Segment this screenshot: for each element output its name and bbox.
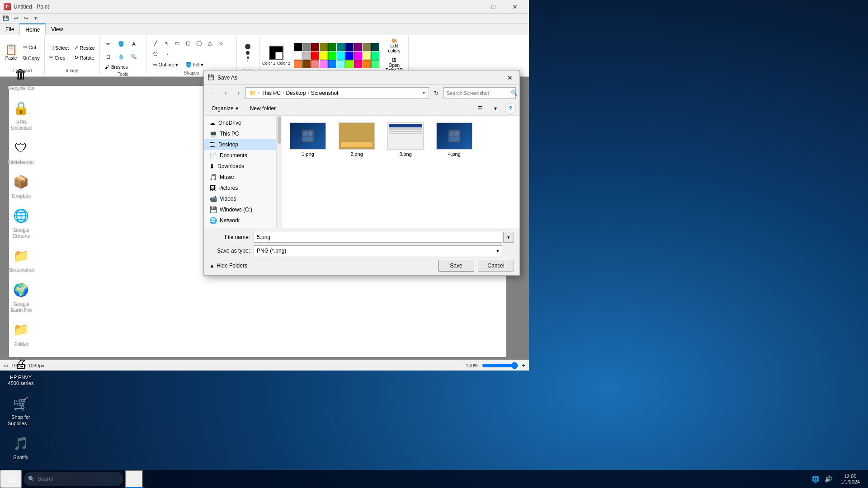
paste-button[interactable]: 📋 Paste	[3, 43, 19, 62]
resize-button[interactable]: ⤢ Resize	[72, 43, 97, 53]
file-item-1.png[interactable]: 🪟 1.png	[285, 119, 330, 160]
color-swatch[interactable]	[354, 52, 362, 60]
sidebar-item-this-pc[interactable]: 💻 This PC	[204, 128, 276, 139]
rotate-button[interactable]: ↻ Rotate	[72, 53, 97, 63]
triangle-shape[interactable]: △	[205, 38, 215, 48]
desktop-icon-folder[interactable]: 📁 Folder	[5, 319, 37, 348]
minimize-button[interactable]: ─	[461, 0, 482, 14]
cut-button[interactable]: ✂ Cut	[21, 42, 42, 52]
desktop-icon-hp-envy[interactable]: 🖨 HP ENVY 4500 series	[5, 353, 37, 388]
color-swatch[interactable]	[371, 43, 379, 51]
sidebar-scrollbar[interactable]	[276, 116, 282, 228]
dialog-close-button[interactable]: ✕	[504, 72, 516, 84]
color-swatch[interactable]	[363, 43, 371, 51]
address-dropdown-icon[interactable]: ▾	[423, 90, 425, 95]
desktop-icon-bitdefender[interactable]: 🛡 Bitdefender	[5, 137, 37, 167]
color-swatch[interactable]	[345, 52, 354, 60]
search-input[interactable]	[447, 90, 509, 96]
select-button[interactable]: ⬚ Select	[47, 43, 71, 53]
pencil-button[interactable]: ✏	[103, 38, 114, 50]
color2-swatch-mini[interactable]	[275, 52, 283, 59]
line-shape[interactable]: ╱	[151, 38, 160, 48]
desktop-icon-vpn[interactable]: 🔒 VPN Unlimited	[5, 97, 37, 132]
edit-colors-button[interactable]: 🎨 Edit colors	[383, 37, 406, 55]
fill-button[interactable]: 🪣 Fill ▾	[184, 60, 205, 70]
fill-tool-button[interactable]: 🪣	[115, 38, 127, 50]
curve-shape[interactable]: ∿	[161, 38, 171, 48]
desktop-icon-screenshot[interactable]: 📁 Screenshot	[5, 245, 37, 274]
outline-button[interactable]: ▭ Outline ▾	[151, 60, 180, 70]
address-this-pc[interactable]: This PC	[261, 90, 281, 96]
filename-dropdown-button[interactable]: ▾	[503, 232, 514, 243]
color-swatch[interactable]	[294, 60, 302, 68]
file-item-2.png[interactable]: 2.png	[334, 119, 379, 160]
view-dropdown-button[interactable]: ▾	[490, 103, 501, 114]
desktop-icon-dropbox[interactable]: 📦 Dropbox	[5, 171, 37, 201]
arrow-shape[interactable]: →	[161, 49, 171, 59]
color-swatch[interactable]	[320, 60, 328, 68]
color-swatch[interactable]	[302, 43, 311, 51]
file-item-3.png[interactable]: 3.png	[383, 119, 428, 160]
ellipse-shape[interactable]: ◯	[194, 38, 204, 48]
cancel-button[interactable]: Cancel	[478, 260, 514, 272]
zoom-in-btn[interactable]: +	[522, 362, 525, 369]
volume-tray-icon[interactable]: 🔊	[824, 474, 833, 483]
nav-forward-button[interactable]: ›	[220, 88, 231, 99]
nav-up-button[interactable]: ↑	[233, 88, 244, 99]
sidebar-item-desktop[interactable]: 🗔 Desktop	[204, 139, 276, 150]
hide-folders-button[interactable]: ▲ Hide Folders	[209, 263, 247, 269]
diamond-shape[interactable]: ◇	[216, 38, 226, 48]
savetype-dropdown[interactable]: PNG (*.png) ▾	[254, 245, 502, 256]
network-tray-icon[interactable]: 🌐	[811, 474, 820, 483]
file-item-4.png[interactable]: 🪟 4.png	[432, 119, 477, 160]
qa-dropdown-btn[interactable]: ▾	[32, 14, 40, 23]
copy-button[interactable]: ⧉ Copy	[21, 53, 42, 63]
new-folder-button[interactable]: New folder	[246, 103, 280, 113]
color-swatch[interactable]	[294, 52, 302, 60]
color-swatch[interactable]	[328, 43, 336, 51]
color-swatch[interactable]	[354, 43, 362, 51]
taskbar-search-input[interactable]	[38, 476, 118, 482]
pentagon-shape[interactable]: ⬠	[151, 49, 160, 59]
color-swatch[interactable]	[354, 60, 362, 68]
color-swatch[interactable]	[311, 60, 319, 68]
sidebar-item-videos[interactable]: 📹 Videos	[204, 193, 276, 204]
crop-button[interactable]: ✂ Crop	[47, 53, 71, 63]
color-swatch[interactable]	[337, 52, 345, 60]
tab-file[interactable]: File	[0, 23, 19, 35]
color-swatch[interactable]	[320, 52, 328, 60]
color-swatch[interactable]	[302, 52, 311, 60]
tab-view[interactable]: View	[46, 23, 68, 35]
color-swatch[interactable]	[337, 43, 345, 51]
color-swatch[interactable]	[320, 43, 328, 51]
desktop-icon-chrome[interactable]: 🌐 Google Chrome	[5, 205, 37, 240]
sidebar-item-documents[interactable]: 📄 Documents	[204, 150, 276, 161]
taskbar-search[interactable]: 🔍	[24, 472, 123, 486]
sidebar-item-downloads[interactable]: ⬇ Downloads	[204, 161, 276, 172]
sidebar-item-network[interactable]: 🌐 Network	[204, 215, 276, 226]
color-swatch[interactable]	[294, 43, 302, 51]
desktop-icon-recycle-bin[interactable]: 🗑 Recycle Bin	[5, 63, 37, 93]
desktop-icon-google-earth[interactable]: 🌍 Google Earth Pro	[5, 279, 37, 314]
rect-shape[interactable]: ▭	[172, 38, 182, 48]
tab-home[interactable]: Home	[19, 23, 46, 35]
sidebar-item-music[interactable]: 🎵 Music	[204, 172, 276, 183]
color-swatch[interactable]	[311, 52, 319, 60]
text-button[interactable]: A	[128, 38, 140, 50]
color-swatch[interactable]	[337, 60, 345, 68]
zoom-slider[interactable]	[482, 362, 518, 369]
address-screenshot[interactable]: Screenshot	[311, 90, 339, 96]
color1-swatch[interactable]	[269, 46, 283, 60]
organize-button[interactable]: Organize ▾	[208, 103, 242, 113]
color-swatch[interactable]	[311, 43, 319, 51]
color-swatch[interactable]	[328, 60, 336, 68]
brushes-button[interactable]: 🖌 Brushes	[103, 63, 130, 71]
address-root[interactable]: 📁	[250, 90, 256, 96]
search-icon[interactable]: 🔍	[511, 90, 518, 96]
qa-save-btn[interactable]: 💾	[2, 14, 10, 23]
round-rect-shape[interactable]: ▢	[183, 38, 193, 48]
zoom-button[interactable]: 🔍	[128, 51, 140, 62]
eraser-button[interactable]: ◻	[103, 51, 114, 62]
color-swatch[interactable]	[345, 60, 354, 68]
color-swatch[interactable]	[371, 60, 379, 68]
